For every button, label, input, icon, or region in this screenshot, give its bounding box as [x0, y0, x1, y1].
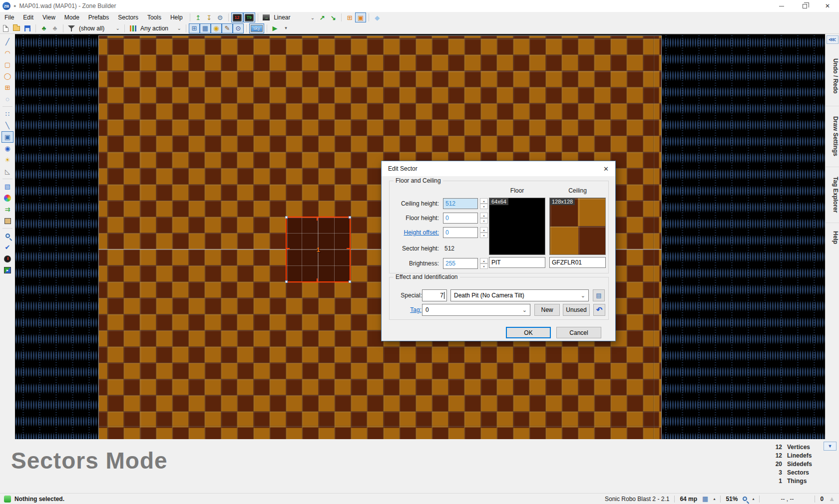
test-map-options-button[interactable]: ▾ — [281, 23, 292, 33]
reset-tag-button[interactable]: ↶ — [593, 304, 605, 316]
raise-brightness-button[interactable]: ↗ — [317, 12, 328, 22]
tree-view-button[interactable]: ♣ — [38, 23, 49, 33]
preferences-button[interactable]: ⚙ — [215, 12, 226, 22]
lower-brightness-button[interactable]: ↘ — [328, 12, 339, 22]
tab-undo-redo[interactable]: Undo / Redo — [826, 46, 839, 106]
tree-gray-icon: ♣ — [53, 25, 57, 31]
draw-ellipse-mode-button[interactable]: ◯ — [1, 70, 13, 82]
tab-draw-settings[interactable]: Draw Settings — [826, 106, 839, 167]
tag-labels-button[interactable]: ◆ — [372, 12, 383, 22]
close-button[interactable]: ✕ — [816, 0, 839, 12]
toggle-autoclear-button[interactable]: ✎ — [222, 23, 233, 33]
toggle-things-toggle[interactable]: T9 — [243, 12, 256, 22]
zoom-menu-arrow[interactable]: ▴ — [752, 497, 754, 501]
slope-mode-button[interactable]: ◺ — [1, 166, 13, 177]
brightness-mode-button[interactable]: ☀ — [1, 154, 13, 166]
dialog-titlebar[interactable]: Edit Sector ✕ — [382, 161, 615, 176]
move-things-button[interactable]: ⇉ — [1, 204, 13, 215]
height-offset-input[interactable]: 0 — [443, 227, 478, 238]
menu-file[interactable]: File — [0, 12, 18, 22]
linedefs-mode-button[interactable]: ╲ — [1, 120, 13, 131]
tab-help[interactable]: Help — [826, 223, 839, 252]
floor-height-input[interactable]: 0 — [443, 213, 478, 224]
sound-propagation-button[interactable] — [1, 253, 13, 264]
toggle-dynamic-grid-button[interactable]: ⊙ — [233, 23, 244, 33]
ceiling-texture-preview[interactable]: 128x128 — [549, 198, 606, 255]
new-map-button[interactable] — [0, 23, 11, 33]
brightness-input[interactable]: 255 — [443, 258, 478, 269]
gradient-interpolation-dropdown[interactable]: Linear ⌄ — [272, 12, 317, 22]
menu-help[interactable]: Help — [166, 12, 187, 22]
filter-button[interactable] — [66, 23, 77, 33]
reload-resources-button[interactable]: ↥ — [193, 12, 204, 22]
grid-size-icon[interactable]: ▦ — [702, 495, 708, 503]
insert-prefab-button[interactable]: ⊞ — [344, 12, 355, 22]
gradient-mode-button[interactable]: → — [261, 12, 272, 22]
draw-lines-mode-button[interactable]: ╱ — [1, 36, 13, 47]
toggle-snap-button[interactable]: ◉ — [211, 23, 222, 33]
zoom-magnifier-icon[interactable] — [743, 497, 747, 501]
sectors-mode-button[interactable]: ▣ — [1, 131, 13, 143]
linedef-line[interactable] — [98, 249, 286, 250]
menu-prefabs[interactable]: Prefabs — [84, 12, 113, 22]
brightness-spinner[interactable]: ▲▼ — [480, 258, 488, 269]
draw-grid-mode-button[interactable]: ⊞ — [1, 82, 13, 93]
floor-texture-preview[interactable]: 64x64 — [489, 198, 545, 255]
things-filter-dropdown[interactable]: (show all) ⌄ — [77, 23, 122, 33]
restore-button[interactable] — [793, 0, 816, 12]
save-screenshot-button[interactable]: ↧ — [204, 12, 215, 22]
height-offset-link[interactable]: Height offset: — [394, 229, 439, 236]
zoom-value[interactable]: 51% — [726, 496, 738, 503]
special-effect-dropdown[interactable]: Death Pit (No Camera Tilt) ⌄ — [450, 289, 589, 301]
action-filter-dropdown[interactable]: Any action ⌄ — [138, 23, 183, 33]
find-replace-button[interactable] — [1, 230, 13, 242]
map-canvas[interactable]: 1 Edit Sector ✕ Floor and Ceiling Ceilin… — [15, 34, 825, 439]
tag-dropdown[interactable]: 0 ⌄ — [422, 304, 530, 316]
menu-edit[interactable]: Edit — [18, 12, 38, 22]
ok-button[interactable]: OK — [506, 327, 551, 338]
draw-circle-mode-button[interactable]: ◌ — [1, 93, 13, 105]
menu-view[interactable]: View — [38, 12, 60, 22]
unused-tag-button[interactable]: Unused — [563, 304, 590, 316]
paint-sector-button[interactable] — [1, 215, 13, 227]
dialog-close-button[interactable]: ✕ — [603, 165, 609, 173]
ceiling-height-input[interactable]: 512 — [443, 198, 478, 209]
toggle-grid-button[interactable]: ⊞ — [189, 23, 200, 33]
texture-overlay-button[interactable]: ▸ — [1, 264, 13, 276]
test-map-button[interactable]: ▶ — [270, 23, 281, 33]
grid-size-menu-arrow[interactable]: ▴ — [713, 497, 715, 501]
cancel-button[interactable]: Cancel — [556, 327, 601, 338]
snap-to-grid-toggle[interactable]: 12 — [231, 12, 243, 22]
open-map-button[interactable] — [11, 23, 22, 33]
expand-panel-button[interactable]: ⋘ — [827, 35, 839, 44]
collapse-stats-button[interactable]: ▼ — [824, 442, 837, 451]
color-picker-button[interactable] — [1, 192, 13, 204]
visual-mode-button[interactable]: ▧ — [1, 181, 13, 192]
map-analysis-button[interactable]: ✔ — [1, 242, 13, 253]
new-tag-button[interactable]: New — [534, 304, 560, 316]
floor-texture-input[interactable]: PIT — [489, 257, 545, 268]
height-offset-spinner[interactable]: ▲▼ — [480, 227, 488, 238]
ceiling-texture-input[interactable]: GFZFLR01 — [549, 257, 606, 268]
menu-mode[interactable]: Mode — [60, 12, 84, 22]
toggle-sky-button[interactable]: sky — [249, 23, 264, 33]
edit-prefab-toggle[interactable]: ▣ — [355, 12, 366, 22]
menu-sectors[interactable]: Sectors — [113, 12, 143, 22]
minimize-button[interactable] — [770, 0, 793, 12]
warnings-arrow-icon[interactable]: ▲ — [829, 495, 835, 503]
floor-height-spinner[interactable]: ▲▼ — [480, 213, 488, 224]
draw-curve-mode-button[interactable]: ◠ — [1, 47, 13, 59]
menu-tools[interactable]: Tools — [143, 12, 166, 22]
vertices-mode-button[interactable]: ∷ — [1, 108, 13, 120]
toggle-grid-dots-button[interactable]: ▦ — [200, 23, 211, 33]
save-map-button[interactable] — [22, 23, 33, 33]
linedef-actions-button[interactable] — [127, 23, 138, 33]
special-effect-input[interactable]: 7 — [422, 289, 447, 301]
browse-effects-button[interactable]: ▤ — [593, 289, 605, 301]
tab-tag-explorer[interactable]: Tag Explorer — [826, 167, 839, 223]
ceiling-height-spinner[interactable]: ▲▼ — [480, 198, 488, 209]
draw-rectangle-mode-button[interactable]: ▢ — [1, 59, 13, 70]
tag-link[interactable]: Tag: — [407, 306, 421, 313]
things-mode-button[interactable]: ◉ — [1, 143, 13, 154]
grid-size-value[interactable]: 64 mp — [680, 496, 697, 503]
